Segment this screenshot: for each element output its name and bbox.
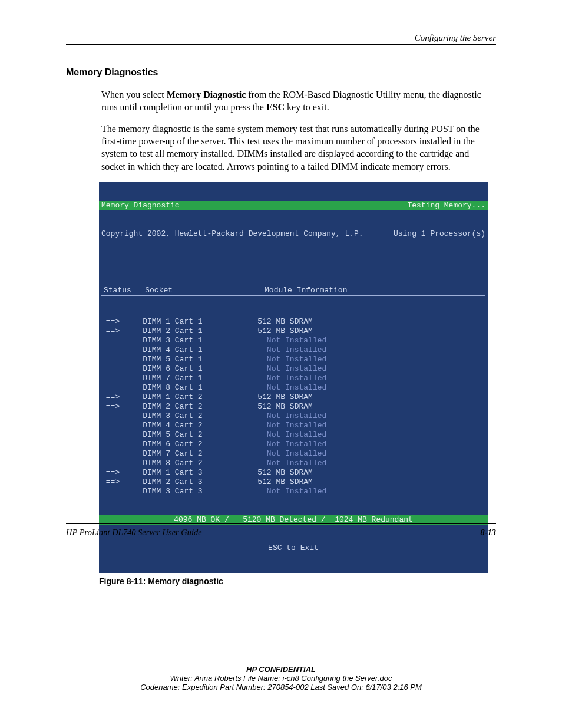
row-status: [101, 440, 143, 449]
text: When you select: [101, 90, 167, 100]
row-socket: DIMM 4 Cart 2: [143, 421, 257, 430]
row-socket: DIMM 8 Cart 2: [143, 459, 257, 467]
row-status: [101, 364, 143, 373]
section-title: Memory Diagnostics: [66, 67, 496, 78]
terminal-sub-left: Copyright 2002, Hewlett-Packard Developm…: [101, 229, 363, 239]
paragraph-2: The memory diagnostic is the same system…: [101, 123, 490, 172]
terminal-row: DIMM 3 Cart 3 Not Installed: [101, 487, 485, 496]
row-socket: DIMM 1 Cart 1: [143, 317, 257, 326]
row-info: 512 MB SDRAM: [257, 317, 313, 326]
terminal-row: ==> DIMM 1 Cart 3 512 MB SDRAM: [101, 468, 485, 477]
row-socket: DIMM 3 Cart 3: [143, 487, 257, 496]
row-status: ==>: [101, 317, 143, 326]
row-info: 512 MB SDRAM: [257, 327, 313, 335]
running-header: Configuring the Server: [66, 33, 496, 43]
row-status: ==>: [101, 477, 143, 486]
terminal-title-bar: Memory Diagnostic Testing Memory...: [99, 201, 488, 210]
row-socket: DIMM 6 Cart 1: [143, 364, 257, 373]
terminal-title-right: Testing Memory...: [407, 201, 485, 210]
row-info: 512 MB SDRAM: [257, 393, 313, 401]
terminal-row: DIMM 6 Cart 2 Not Installed: [101, 440, 485, 449]
terminal-row: DIMM 8 Cart 2 Not Installed: [101, 459, 485, 468]
terminal-row: DIMM 3 Cart 2 Not Installed: [101, 411, 485, 421]
figure-caption: Figure 8-11: Memory diagnostic: [99, 577, 496, 586]
row-status: ==>: [101, 393, 143, 401]
row-status: [101, 345, 143, 354]
row-socket: DIMM 1 Cart 3: [143, 468, 257, 477]
text: key to exit.: [285, 102, 329, 112]
bold: Memory Diagnostic: [167, 90, 246, 100]
terminal-row: DIMM 7 Cart 1 Not Installed: [101, 374, 485, 383]
row-status: [101, 336, 143, 345]
terminal-row: DIMM 4 Cart 1 Not Installed: [101, 345, 485, 355]
terminal-row: DIMM 5 Cart 1 Not Installed: [101, 355, 485, 364]
row-info: 512 MB SDRAM: [257, 402, 313, 411]
row-socket: DIMM 7 Cart 2: [143, 449, 257, 458]
row-info: Not Installed: [257, 336, 326, 345]
terminal-title-left: Memory Diagnostic: [101, 201, 180, 210]
row-status: [101, 411, 143, 420]
row-status: [101, 430, 143, 439]
row-socket: DIMM 2 Cart 2: [143, 402, 257, 411]
row-socket: DIMM 3 Cart 1: [143, 336, 257, 345]
row-info: Not Installed: [257, 345, 326, 354]
row-info: Not Installed: [257, 364, 326, 373]
row-status: ==>: [101, 402, 143, 411]
terminal-row: DIMM 8 Cart 1 Not Installed: [101, 383, 485, 393]
paragraph-1: When you select Memory Diagnostic from t…: [101, 88, 490, 113]
page-footer: HP ProLiant DL740 Server User Guide 8-13: [66, 523, 496, 538]
row-info: Not Installed: [257, 487, 326, 496]
row-socket: DIMM 2 Cart 1: [143, 327, 257, 335]
bold: ESC: [266, 102, 285, 112]
terminal-screenshot: Memory Diagnostic Testing Memory... Copy…: [99, 182, 488, 573]
row-info: Not Installed: [257, 411, 326, 420]
row-socket: DIMM 5 Cart 1: [143, 355, 257, 364]
terminal-row: ==> DIMM 2 Cart 3 512 MB SDRAM: [101, 477, 485, 487]
row-info: 512 MB SDRAM: [257, 477, 313, 486]
confidential-line-2: Codename: Expedition Part Number: 270854…: [0, 683, 562, 691]
row-status: [101, 383, 143, 392]
terminal-row: DIMM 3 Cart 1 Not Installed: [101, 336, 485, 345]
row-status: [101, 355, 143, 364]
terminal-row: DIMM 6 Cart 1 Not Installed: [101, 364, 485, 374]
row-status: ==>: [101, 468, 143, 477]
terminal-row: ==> DIMM 2 Cart 2 512 MB SDRAM: [101, 402, 485, 411]
confidential-title: HP CONFIDENTIAL: [0, 665, 562, 674]
footer-page-number: 8-13: [480, 528, 496, 538]
row-status: [101, 459, 143, 467]
row-socket: DIMM 1 Cart 2: [143, 393, 257, 401]
terminal-row: DIMM 4 Cart 2 Not Installed: [101, 421, 485, 430]
terminal-subtitle: Copyright 2002, Hewlett-Packard Developm…: [99, 229, 488, 239]
row-socket: DIMM 8 Cart 1: [143, 383, 257, 392]
terminal-row: DIMM 5 Cart 2 Not Installed: [101, 430, 485, 440]
row-info: Not Installed: [257, 374, 326, 383]
terminal-sub-right: Using 1 Processor(s): [394, 229, 485, 239]
row-socket: DIMM 3 Cart 2: [143, 411, 257, 420]
row-socket: DIMM 6 Cart 2: [143, 440, 257, 449]
row-socket: DIMM 7 Cart 1: [143, 374, 257, 383]
row-info: Not Installed: [257, 459, 326, 467]
row-status: [101, 421, 143, 430]
footer-rule: [66, 523, 496, 524]
confidential-block: HP CONFIDENTIAL Writer: Anna Roberts Fil…: [0, 665, 562, 691]
row-info: Not Installed: [257, 440, 326, 449]
terminal-row: DIMM 7 Cart 2 Not Installed: [101, 449, 485, 459]
row-info: Not Installed: [257, 421, 326, 430]
terminal-row: ==> DIMM 1 Cart 2 512 MB SDRAM: [101, 393, 485, 402]
row-info: Not Installed: [257, 449, 326, 458]
row-status: [101, 487, 143, 496]
header-rule: [66, 44, 496, 45]
row-status: [101, 449, 143, 458]
terminal-footer-exit: ESC to Exit: [99, 543, 488, 554]
terminal-body: ==> DIMM 1 Cart 1 512 MB SDRAM ==> DIMM …: [99, 316, 488, 496]
terminal-column-header: Status Socket Module Information: [101, 286, 485, 296]
terminal-row: ==> DIMM 2 Cart 1 512 MB SDRAM: [101, 327, 485, 336]
row-socket: DIMM 4 Cart 1: [143, 345, 257, 354]
row-info: Not Installed: [257, 383, 326, 392]
row-info: 512 MB SDRAM: [257, 468, 313, 477]
row-status: ==>: [101, 327, 143, 335]
row-socket: DIMM 5 Cart 2: [143, 430, 257, 439]
terminal-row: ==> DIMM 1 Cart 1 512 MB SDRAM: [101, 317, 485, 327]
footer-guide-title: HP ProLiant DL740 Server User Guide: [66, 528, 202, 538]
row-socket: DIMM 2 Cart 3: [143, 477, 257, 486]
